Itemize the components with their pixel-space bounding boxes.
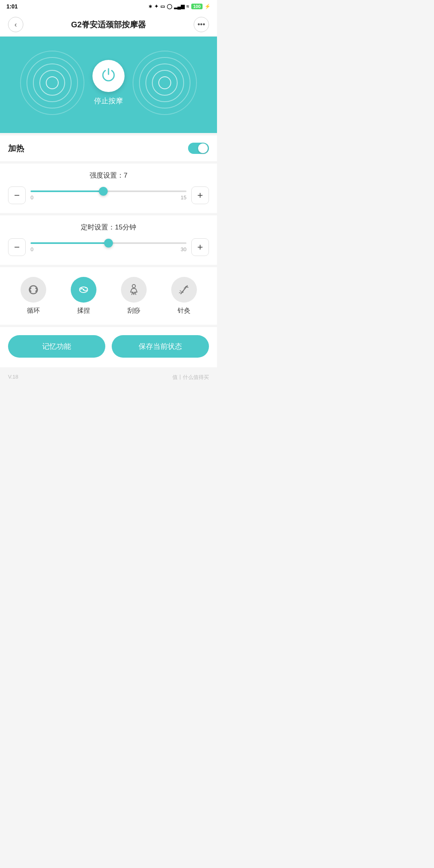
save-button[interactable]: 保存当前状态 [112, 335, 209, 358]
mode-knead[interactable]: 揉捏 [71, 277, 96, 315]
intensity-section: 强度设置：7 − 0 15 + [0, 164, 217, 213]
back-button[interactable]: ‹ [8, 17, 23, 32]
modes-section: 循环 揉捏 [0, 267, 217, 325]
header: ‹ G2脊安适颈部按摩器 ••• [0, 13, 217, 37]
signal-icon: ▂▄▆ [174, 4, 185, 9]
hero-section: 停止按摩 [0, 37, 217, 133]
timer-thumb[interactable] [104, 239, 113, 248]
toggle-thumb [198, 143, 208, 153]
bluetooth-icon2: ✦ [154, 4, 158, 9]
page-title: G2脊安适颈部按摩器 [23, 19, 194, 30]
stop-label: 停止按摩 [94, 96, 123, 106]
time: 1:01 [6, 3, 18, 10]
timer-increase-button[interactable]: + [191, 238, 209, 256]
intensity-track [31, 190, 186, 192]
power-center: 停止按摩 [92, 60, 125, 106]
heat-section: 加热 [0, 135, 217, 161]
charging-icon: ⚡ [205, 4, 211, 9]
version-bar: V.18 值丨什么值得买 [0, 370, 217, 389]
intensity-labels: 0 15 [31, 194, 186, 201]
knead-icon [76, 283, 91, 297]
version-label: V.18 [8, 374, 18, 381]
more-icon: ••• [198, 20, 205, 29]
mode-acupuncture[interactable]: 针灸 [171, 277, 197, 315]
timer-max: 30 [181, 246, 186, 252]
back-icon: ‹ [14, 20, 17, 29]
mode-loop[interactable]: 循环 [20, 277, 46, 315]
bluetooth-icon: ∗ [148, 4, 152, 9]
intensity-thumb[interactable] [99, 187, 108, 196]
wifi-icon: ≈ [186, 4, 189, 9]
ripple-circle-5 [46, 76, 59, 89]
scrape-icon [127, 283, 140, 296]
timer-min: 0 [31, 246, 33, 252]
svg-point-2 [132, 285, 135, 288]
intensity-slider-wrap[interactable]: 0 15 [31, 190, 186, 201]
mode-loop-label: 循环 [27, 307, 40, 315]
status-icons: ∗ ✦ ▭ ◯ ▂▄▆ ≈ 100 ⚡ [148, 4, 211, 9]
timer-fill [31, 242, 108, 244]
timer-track [31, 242, 186, 244]
menu-button[interactable]: ••• [194, 17, 209, 32]
mode-acupuncture-icon-wrap [171, 277, 197, 303]
mode-scrape[interactable]: 刮痧 [121, 277, 147, 315]
memory-button[interactable]: 记忆功能 [8, 335, 105, 358]
mode-scrape-label: 刮痧 [127, 307, 140, 315]
mode-loop-icon-wrap [20, 277, 46, 303]
timer-section: 定时设置：15分钟 − 0 30 + [0, 215, 217, 265]
heat-row: 加热 [8, 143, 209, 154]
timer-slider-row: − 0 30 + [8, 238, 209, 256]
intensity-title: 强度设置：7 [8, 171, 209, 180]
svg-point-1 [83, 289, 84, 291]
actions-section: 记忆功能 保存当前状态 [0, 327, 217, 367]
timer-slider-wrap[interactable]: 0 30 [31, 242, 186, 252]
timer-decrease-button[interactable]: − [8, 238, 26, 256]
intensity-min: 0 [31, 194, 33, 201]
ripple-right [133, 51, 197, 115]
alarm-icon: ◯ [167, 4, 172, 9]
power-icon [100, 66, 117, 86]
mute-icon: ▭ [160, 4, 165, 9]
mode-knead-icon-wrap [71, 277, 96, 303]
mode-knead-label: 揉捏 [77, 307, 90, 315]
heat-toggle[interactable] [188, 143, 209, 154]
status-bar: 1:01 ∗ ✦ ▭ ◯ ▂▄▆ ≈ 100 ⚡ [0, 0, 217, 13]
battery-indicator: 100 [191, 4, 203, 9]
ripple-right-5 [158, 76, 171, 89]
modes-row: 循环 揉捏 [8, 277, 209, 315]
ripple-left [20, 51, 84, 115]
intensity-increase-button[interactable]: + [191, 186, 209, 204]
intensity-fill [31, 190, 103, 192]
intensity-slider-row: − 0 15 + [8, 186, 209, 204]
loop-icon [27, 283, 40, 296]
acupuncture-icon [178, 283, 190, 296]
site-label: 值丨什么值得买 [172, 374, 209, 381]
intensity-decrease-button[interactable]: − [8, 186, 26, 204]
power-button[interactable] [92, 60, 125, 92]
mode-acupuncture-label: 针灸 [178, 307, 190, 315]
mode-scrape-icon-wrap [121, 277, 147, 303]
timer-title: 定时设置：15分钟 [8, 223, 209, 232]
intensity-max: 15 [181, 194, 186, 201]
heat-label: 加热 [8, 143, 24, 154]
